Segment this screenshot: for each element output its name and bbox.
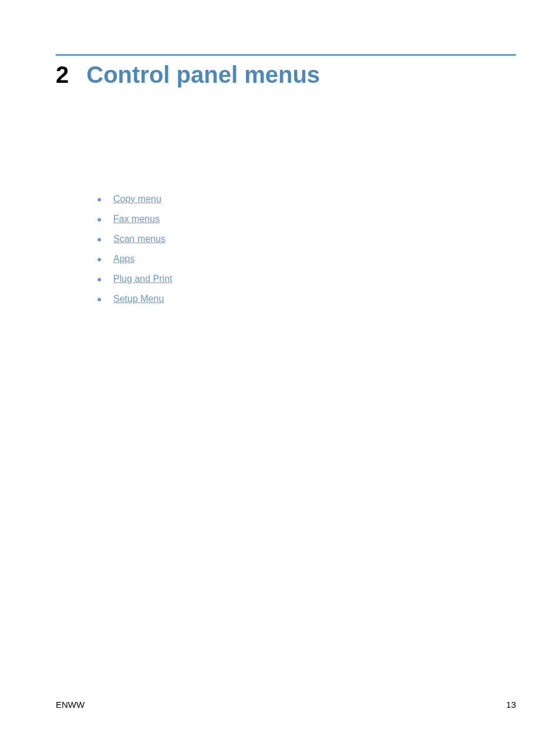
chapter-title: Control panel menus <box>86 62 320 88</box>
toc-item: ● Copy menu <box>97 194 516 204</box>
toc-item: ● Fax menus <box>97 214 516 224</box>
toc-item: ● Apps <box>97 254 516 264</box>
bullet-icon: ● <box>97 194 113 204</box>
page-footer: ENWW 13 <box>56 700 516 710</box>
bullet-icon: ● <box>97 234 113 244</box>
toc-item: ● Plug and Print <box>97 274 516 284</box>
toc-link-fax-menus[interactable]: Fax menus <box>113 214 160 224</box>
toc-link-setup-menu[interactable]: Setup Menu <box>113 294 164 304</box>
bullet-icon: ● <box>97 214 113 224</box>
chapter-number: 2 <box>56 62 69 88</box>
toc-item: ● Scan menus <box>97 234 516 244</box>
toc-item: ● Setup Menu <box>97 294 516 304</box>
toc-link-plug-and-print[interactable]: Plug and Print <box>113 274 173 284</box>
bullet-icon: ● <box>97 274 113 284</box>
chapter-heading: 2 Control panel menus <box>56 62 516 88</box>
toc-link-apps[interactable]: Apps <box>113 254 134 264</box>
footer-left: ENWW <box>56 700 85 710</box>
toc-link-scan-menus[interactable]: Scan menus <box>113 234 166 244</box>
table-of-contents: ● Copy menu ● Fax menus ● Scan menus ● A… <box>97 194 516 304</box>
toc-link-copy-menu[interactable]: Copy menu <box>113 194 161 204</box>
footer-page-number: 13 <box>506 700 516 710</box>
bullet-icon: ● <box>97 294 113 304</box>
horizontal-rule <box>56 54 516 56</box>
bullet-icon: ● <box>97 254 113 264</box>
